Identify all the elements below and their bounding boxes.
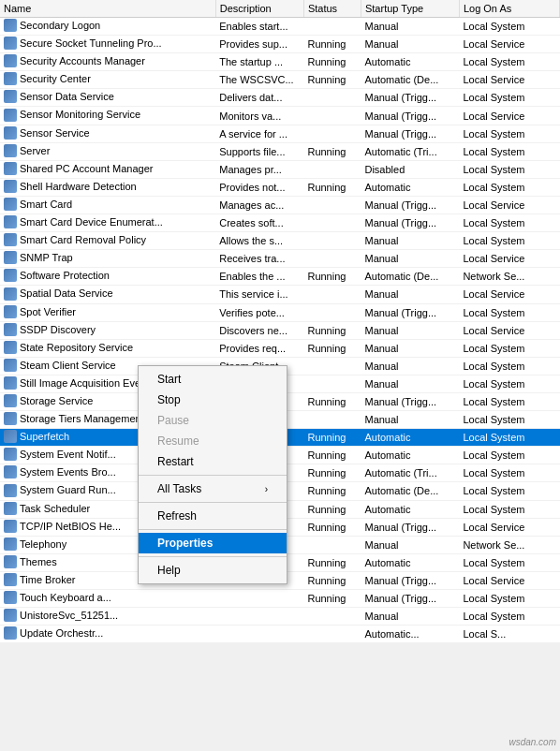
service-startup-type: Automatic — [361, 53, 459, 71]
service-description: Allows the s... — [215, 232, 303, 250]
service-description: This service i... — [215, 286, 303, 303]
service-logon-as: Local System — [459, 232, 559, 250]
service-logon-as: Local Service — [459, 571, 559, 589]
service-startup-type: Automatic — [361, 178, 459, 196]
service-icon — [4, 37, 17, 50]
table-row[interactable]: Update Orchestr... Automatic... Local S.… — [0, 626, 560, 643]
service-name: Smart Card — [0, 196, 215, 214]
service-icon — [4, 233, 17, 246]
service-icon — [4, 555, 17, 568]
header-logon-as[interactable]: Log On As — [459, 0, 559, 18]
service-logon-as: Local System — [459, 178, 559, 196]
service-startup-type: Automatic — [361, 553, 459, 571]
table-row[interactable]: Sensor Data Service Delivers dat... Manu… — [0, 89, 560, 107]
table-row[interactable]: Smart Card Removal Policy Allows the s..… — [0, 232, 560, 250]
header-status[interactable]: Status — [303, 0, 361, 18]
service-status: Running — [303, 53, 361, 71]
header-startup-type[interactable]: Startup Type — [361, 0, 459, 18]
service-status — [303, 375, 361, 392]
service-status: Running — [303, 392, 361, 410]
service-description: Delivers dat... — [215, 89, 303, 107]
table-row[interactable]: State Repository Service Provides req...… — [0, 339, 560, 357]
service-status: Running — [303, 500, 361, 518]
service-status — [303, 357, 361, 375]
service-description: Provides sup... — [215, 36, 303, 53]
service-icon — [4, 412, 17, 425]
service-icon — [4, 305, 17, 318]
service-name: Smart Card Device Enumerat... — [0, 214, 215, 232]
table-row[interactable]: Spot Verifier Verifies pote... Manual (T… — [0, 303, 560, 321]
table-row[interactable]: Touch Keyboard a... Running Manual (Trig… — [0, 590, 560, 608]
context-menu-item-start[interactable]: Start — [139, 369, 287, 390]
context-menu-item-restart[interactable]: Restart — [139, 451, 287, 472]
table-row[interactable]: Secure Socket Tunneling Pro... Provides … — [0, 36, 560, 53]
submenu-arrow-icon: › — [265, 484, 268, 494]
service-name: SNMP Trap — [0, 250, 215, 268]
context-menu-item-refresh[interactable]: Refresh — [139, 506, 287, 526]
service-startup-type: Manual (Trigg... — [361, 125, 459, 142]
service-logon-as: Local System — [459, 608, 559, 626]
service-startup-type: Manual (Trigg... — [361, 571, 459, 589]
service-status: Running — [303, 482, 361, 500]
service-logon-as: Local System — [459, 447, 559, 464]
service-description: Verifies pote... — [215, 303, 303, 321]
service-startup-type: Manual — [361, 18, 459, 36]
service-status: Running — [303, 518, 361, 536]
table-row[interactable]: Secondary Logon Enables start... Manual … — [0, 18, 560, 36]
table-row[interactable]: Software Protection Enables the ... Runn… — [0, 268, 560, 286]
service-icon — [4, 376, 17, 390]
context-menu-item-stop[interactable]: Stop — [139, 390, 287, 410]
service-name: Spot Verifier — [0, 303, 215, 321]
service-name: Security Center — [0, 71, 215, 89]
table-row[interactable]: Server Supports file... Running Automati… — [0, 142, 560, 160]
service-startup-type: Automatic — [361, 429, 459, 447]
context-menu-item-all-tasks[interactable]: All Tasks› — [139, 479, 287, 499]
service-startup-type: Manual — [361, 608, 459, 626]
table-row[interactable]: Spatial Data Service This service i... M… — [0, 286, 560, 303]
service-logon-as: Local System — [459, 89, 559, 107]
service-status — [303, 160, 361, 178]
service-name: Shared PC Account Manager — [0, 160, 215, 178]
table-row[interactable]: Smart Card Device Enumerat... Creates so… — [0, 214, 560, 232]
table-row[interactable]: Sensor Monitoring Service Monitors va...… — [0, 107, 560, 125]
service-description: The WSCSVC... — [215, 71, 303, 89]
header-description[interactable]: Description — [215, 0, 303, 18]
service-status: Running — [303, 429, 361, 447]
context-menu-item-help[interactable]: Help — [139, 560, 287, 581]
context-menu-item-properties[interactable]: Properties — [139, 533, 287, 553]
service-logon-as: Local System — [459, 142, 559, 160]
table-row[interactable]: SNMP Trap Receives tra... Manual Local S… — [0, 250, 560, 268]
service-startup-type: Automatic — [361, 500, 459, 518]
table-row[interactable]: Security Center The WSCSVC... Running Au… — [0, 71, 560, 89]
header-name[interactable]: Name — [0, 0, 215, 18]
service-icon — [4, 573, 17, 586]
context-menu: StartStopPauseResumeRestartAll Tasks›Ref… — [138, 365, 287, 584]
service-status: Running — [303, 553, 361, 571]
service-logon-as: Local System — [459, 464, 559, 482]
service-name: Sensor Monitoring Service — [0, 107, 215, 125]
services-window: Name Description Status Startup Type Log… — [0, 0, 560, 751]
service-name: Secondary Logon — [0, 18, 215, 36]
table-row[interactable]: Security Accounts Manager The startup ..… — [0, 53, 560, 71]
service-icon — [4, 162, 17, 175]
service-icon — [4, 215, 17, 228]
service-status — [303, 303, 361, 321]
service-icon — [4, 251, 17, 264]
table-row[interactable]: SSDP Discovery Discovers ne... Running M… — [0, 321, 560, 339]
service-logon-as: Local Service — [459, 518, 559, 536]
service-status — [303, 196, 361, 214]
table-row[interactable]: Sensor Service A service for ... Manual … — [0, 125, 560, 142]
service-status — [303, 411, 361, 429]
table-row[interactable]: Shell Hardware Detection Provides not...… — [0, 178, 560, 196]
service-startup-type: Automatic (De... — [361, 71, 459, 89]
service-description: Creates soft... — [215, 214, 303, 232]
service-startup-type: Manual — [361, 36, 459, 53]
service-startup-type: Manual — [361, 339, 459, 357]
table-row[interactable]: UnistoreSvc_51251... Manual Local System — [0, 608, 560, 626]
table-row[interactable]: Smart Card Manages ac... Manual (Trigg..… — [0, 196, 560, 214]
context-menu-item-pause: Pause — [139, 410, 287, 431]
service-status — [303, 89, 361, 107]
table-row[interactable]: Shared PC Account Manager Manages pr... … — [0, 160, 560, 178]
service-status — [303, 536, 361, 553]
service-status: Running — [303, 36, 361, 53]
